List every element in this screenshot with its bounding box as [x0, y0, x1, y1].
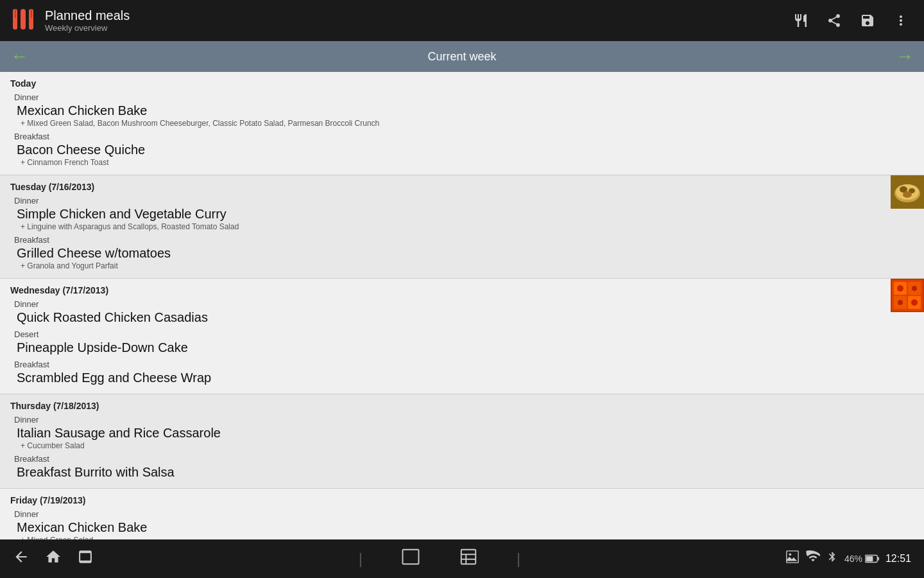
tuesday-food-image	[891, 175, 924, 209]
day-header-thursday: Thursday (7/18/2013)	[10, 401, 914, 411]
clock-time: 12:51	[886, 553, 911, 565]
back-button[interactable]	[13, 548, 30, 569]
meal-type-wednesday-dinner: Dinner	[14, 299, 914, 309]
svg-rect-21	[80, 553, 90, 561]
meal-name-today-dinner[interactable]: Mexican Chicken Bake	[17, 102, 914, 119]
svg-rect-30	[866, 556, 873, 561]
day-section-tuesday: Tuesday (7/16/2013) Dinner Simple Chicke…	[0, 175, 924, 279]
day-header-wednesday: Wednesday (7/17/2013)	[10, 285, 914, 295]
meal-name-tuesday-breakfast[interactable]: Grilled Cheese w/tomatoes	[17, 245, 914, 261]
meal-sides-today-dinner: + Mixed Green Salad, Bacon Mushroom Chee…	[21, 119, 914, 128]
meal-name-thursday-breakfast[interactable]: Breakfast Burrito with Salsa	[17, 464, 914, 480]
right-center-divider: |	[517, 550, 520, 568]
svg-rect-4	[31, 9, 32, 18]
svg-point-19	[898, 300, 903, 305]
center-right-icon[interactable]	[459, 547, 478, 570]
meal-sides-tuesday-dinner: + Linguine with Asparagus and Scallops, …	[21, 222, 914, 231]
app-title: Planned meals	[45, 8, 785, 23]
svg-point-17	[897, 285, 903, 292]
svg-point-28	[789, 554, 791, 556]
meal-name-today-breakfast[interactable]: Bacon Cheese Quiche	[17, 141, 914, 158]
app-bar-titles: Planned meals Weekly overview	[45, 8, 785, 33]
recents-button[interactable]	[77, 548, 94, 569]
svg-rect-31	[878, 557, 879, 561]
left-center-divider: |	[359, 550, 363, 568]
share-button[interactable]	[819, 5, 850, 36]
day-header-friday: Friday (7/19/2013)	[10, 495, 914, 505]
svg-point-18	[912, 286, 917, 291]
prev-week-button[interactable]: ←	[0, 41, 38, 72]
meal-list: Today Dinner Mexican Chicken Bake + Mixe…	[0, 72, 924, 539]
day-section-thursday: Thursday (7/18/2013) Dinner Italian Saus…	[0, 394, 924, 489]
wednesday-food-image	[891, 279, 924, 312]
app-bar-actions	[785, 5, 916, 36]
day-header-tuesday: Tuesday (7/16/2013)	[10, 182, 914, 192]
app-bar: Planned meals Weekly overview	[0, 0, 924, 41]
home-button[interactable]	[45, 548, 62, 569]
add-meal-button[interactable]	[785, 5, 816, 36]
bottom-nav-bar: | | 46% 12:51	[0, 539, 924, 578]
svg-rect-22	[402, 550, 418, 565]
meal-type-friday-dinner: Dinner	[14, 509, 914, 519]
svg-rect-27	[787, 551, 798, 563]
meal-type-today-dinner: Dinner	[14, 92, 914, 102]
meal-sides-friday-dinner: + Mixed Green Salad	[21, 536, 914, 539]
wifi-icon	[806, 550, 820, 568]
app-logo	[8, 5, 38, 36]
bottom-nav-left	[13, 548, 94, 569]
week-title: Current week	[427, 50, 496, 64]
meal-name-wednesday-desert[interactable]: Pineapple Upside-Down Cake	[17, 339, 914, 356]
meal-type-tuesday-breakfast: Breakfast	[14, 235, 914, 245]
meal-name-wednesday-breakfast[interactable]: Scrambled Egg and Cheese Wrap	[17, 369, 914, 386]
bottom-nav-right: 46% 12:51	[785, 550, 911, 568]
meal-type-today-breakfast: Breakfast	[14, 132, 914, 141]
meal-name-thursday-dinner[interactable]: Italian Sausage and Rice Cassarole	[17, 425, 914, 441]
center-left-icon[interactable]	[401, 547, 420, 570]
bottom-nav-center: | |	[359, 547, 520, 570]
gallery-icon	[785, 550, 800, 568]
app-subtitle: Weekly overview	[45, 23, 785, 33]
meal-name-tuesday-dinner[interactable]: Simple Chicken and Vegetable Curry	[17, 206, 914, 222]
meal-type-wednesday-desert: Desert	[14, 329, 914, 339]
meal-type-wednesday-breakfast: Breakfast	[14, 360, 914, 369]
meal-type-thursday-breakfast: Breakfast	[14, 454, 914, 464]
battery-status: 46%	[844, 554, 879, 564]
next-week-button[interactable]: →	[886, 41, 924, 72]
meal-sides-thursday-dinner: + Cucumber Salad	[21, 441, 914, 450]
meal-type-thursday-dinner: Dinner	[14, 415, 914, 425]
more-options-button[interactable]	[886, 5, 916, 36]
meal-name-friday-dinner[interactable]: Mexican Chicken Bake	[17, 519, 914, 536]
day-section-friday: Friday (7/19/2013) Dinner Mexican Chicke…	[0, 489, 924, 539]
svg-point-10	[903, 191, 912, 198]
meal-sides-today-breakfast: + Cinnamon French Toast	[21, 158, 914, 167]
day-header-today: Today	[10, 78, 914, 89]
svg-rect-1	[15, 9, 16, 18]
bluetooth-icon	[826, 550, 838, 568]
svg-rect-2	[21, 9, 26, 30]
day-section-today: Today Dinner Mexican Chicken Bake + Mixe…	[0, 72, 924, 175]
save-button[interactable]	[852, 5, 883, 36]
day-section-wednesday: Wednesday (7/17/2013) Dinner Quick Roast…	[0, 279, 924, 394]
battery-percentage: 46%	[844, 554, 862, 564]
meal-name-wednesday-dinner[interactable]: Quick Roasted Chicken Casadias	[17, 309, 914, 326]
week-nav-bar: ← Current week →	[0, 41, 924, 72]
meal-type-tuesday-dinner: Dinner	[14, 196, 914, 206]
meal-sides-tuesday-breakfast: + Granola and Yogurt Parfait	[21, 261, 914, 270]
svg-rect-23	[461, 550, 476, 565]
svg-point-20	[911, 299, 918, 306]
